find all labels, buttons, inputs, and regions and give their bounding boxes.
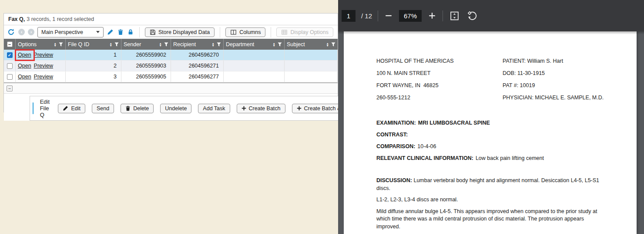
subject-cell	[285, 71, 338, 82]
sender-cell: 2605559903	[121, 61, 171, 71]
header-subject[interactable]: Subject ▲▼	[285, 39, 338, 50]
back-button[interactable]: ‹	[18, 29, 25, 35]
lock-icon	[127, 29, 134, 35]
panel-title: Fax Q, 3 records, 1 record selected	[4, 14, 338, 25]
display-options-label: Display Options	[290, 29, 329, 35]
minus-icon	[385, 12, 392, 20]
rotate-icon	[467, 10, 478, 21]
zoom-level-select[interactable]: 67%	[399, 10, 422, 22]
sort-icon[interactable]: ▲▼	[54, 42, 57, 47]
action-area: Edit File Q Edit Send Delete Undelete	[4, 94, 338, 121]
preview-link[interactable]: Preview	[34, 63, 53, 69]
header-recipient[interactable]: Recipient ▲▼	[171, 39, 224, 50]
filter-icon[interactable]	[59, 42, 63, 47]
edit-label: Edit	[71, 105, 80, 112]
sort-icon[interactable]: ▲▼	[110, 42, 112, 47]
fit-page-button[interactable]	[449, 10, 460, 22]
page-top-shadow	[338, 31, 644, 34]
filter-icon[interactable]	[114, 42, 119, 47]
lock-perspective-button[interactable]	[127, 29, 134, 35]
header-sender[interactable]: Sender ▲▼	[121, 39, 171, 50]
store-displayed-data-button[interactable]: Store Displayed Data	[145, 27, 215, 37]
zoom-out-button[interactable]	[384, 11, 393, 20]
table-row[interactable]: Open Preview 2 2605559903 2604596271	[4, 61, 338, 71]
add-task-button[interactable]: Add Task	[198, 104, 230, 113]
zoom-in-button[interactable]	[427, 11, 437, 20]
file-q-id-cell: 3	[66, 71, 121, 82]
sort-icon[interactable]: ▲▼	[326, 42, 329, 47]
row-checkbox-cell	[4, 61, 16, 71]
refresh-button[interactable]	[7, 28, 15, 36]
perspective-select[interactable]: Main Perspective	[37, 27, 104, 37]
sort-icon[interactable]: ▲▼	[159, 42, 162, 47]
subject-cell	[285, 50, 338, 60]
preview-link[interactable]: Preview	[34, 52, 53, 58]
header-department[interactable]: Department ▲▼	[224, 39, 285, 50]
filter-icon[interactable]	[331, 42, 335, 47]
send-button[interactable]: Send	[92, 104, 114, 113]
collapse-row: −	[4, 83, 338, 94]
contrast-line: CONTRAST:	[376, 132, 410, 138]
facility-name: HOSPITAL OF THE AMERICAS	[376, 58, 454, 64]
create-batch-button[interactable]: Create Batch	[237, 104, 285, 113]
discussion-paragraph: L1-2, L2-3, L3-4 discs are normal.	[376, 196, 601, 204]
relevant-clinical-line: RELEVANT CLINICAL INFORMATION:Low back p…	[376, 155, 544, 161]
edit-button[interactable]: Edit	[58, 104, 85, 113]
delete-button[interactable]: Delete	[121, 104, 154, 113]
filter-icon[interactable]	[217, 42, 221, 47]
discussion-paragraph: Mild diffuse annular bulge L4-5. This ap…	[376, 208, 601, 231]
header-label: File Q ID	[68, 41, 89, 47]
refresh-icon	[7, 28, 15, 36]
panel-toolbar: ‹ › Main Perspective	[4, 25, 338, 39]
toolbar-separator	[220, 27, 220, 37]
fax-q-panel: Fax Q, 3 records, 1 record selected ‹ › …	[3, 13, 338, 112]
row-checkbox[interactable]	[7, 63, 13, 69]
pencil-icon	[107, 29, 114, 35]
columns-button[interactable]: Columns	[225, 27, 265, 37]
back-icon: ‹	[21, 30, 23, 34]
recipient-cell: 2604596270	[171, 50, 224, 60]
collapse-icon[interactable]: −	[7, 85, 13, 92]
header-options[interactable]: Options ▲▼	[16, 39, 66, 50]
filter-icon[interactable]	[164, 42, 168, 47]
page-count-label: / 12	[361, 12, 372, 20]
open-link[interactable]: Open	[18, 63, 31, 69]
toolbar-separator	[139, 27, 140, 37]
preview-link[interactable]: Preview	[34, 74, 53, 80]
rotate-button[interactable]	[466, 10, 479, 22]
undelete-button[interactable]: Undelete	[160, 104, 191, 113]
row-checkbox[interactable]: ✓	[7, 52, 13, 58]
document-page[interactable]: HOSPITAL OF THE AMERICAS 100 N. MAIN STR…	[344, 31, 637, 234]
open-link[interactable]: Open	[18, 52, 31, 58]
patient-dob: DOB: 11-30-1915	[503, 70, 545, 76]
add-task-label: Add Task	[203, 105, 225, 112]
forward-button[interactable]: ›	[28, 29, 34, 35]
table-row[interactable]: Open Preview 3 2605559905 2604596277	[4, 71, 338, 82]
filter-icon[interactable]	[278, 42, 282, 47]
page-number-input[interactable]: 1	[342, 10, 356, 22]
plus-icon	[428, 12, 436, 20]
table-header: − Options ▲▼ File Q ID ▲▼ Sender ▲▼	[4, 39, 338, 50]
recipient-cell: 2604596271	[171, 61, 224, 71]
save-icon	[150, 29, 156, 35]
patient-name: PATIENT: William S. Hart	[503, 58, 563, 64]
send-label: Send	[97, 105, 109, 112]
open-link[interactable]: Open	[18, 74, 31, 80]
table-row[interactable]: ✓ Open Preview 1 2605559902 2604596270	[4, 50, 338, 61]
plus-icon	[242, 106, 246, 111]
edit-perspective-button[interactable]	[107, 29, 114, 35]
select-all-checkbox[interactable]: −	[7, 41, 13, 47]
sort-icon[interactable]: ▲▼	[273, 42, 275, 47]
plus-icon	[297, 106, 302, 111]
row-checkbox-cell: ✓	[4, 50, 16, 60]
sort-icon[interactable]: ▲▼	[212, 42, 215, 47]
pencil-icon	[63, 105, 68, 111]
toolbar-divider	[378, 10, 378, 21]
display-options-button[interactable]: Display Options	[276, 27, 333, 37]
check-icon: ✓	[8, 53, 11, 58]
department-cell	[224, 61, 285, 71]
delete-perspective-button[interactable]	[117, 29, 124, 35]
header-file-q-id[interactable]: File Q ID ▲▼	[66, 39, 121, 50]
row-checkbox[interactable]	[7, 74, 13, 80]
discussion-section: DISCUSSION: Lumbar vertebral body height…	[376, 177, 601, 234]
